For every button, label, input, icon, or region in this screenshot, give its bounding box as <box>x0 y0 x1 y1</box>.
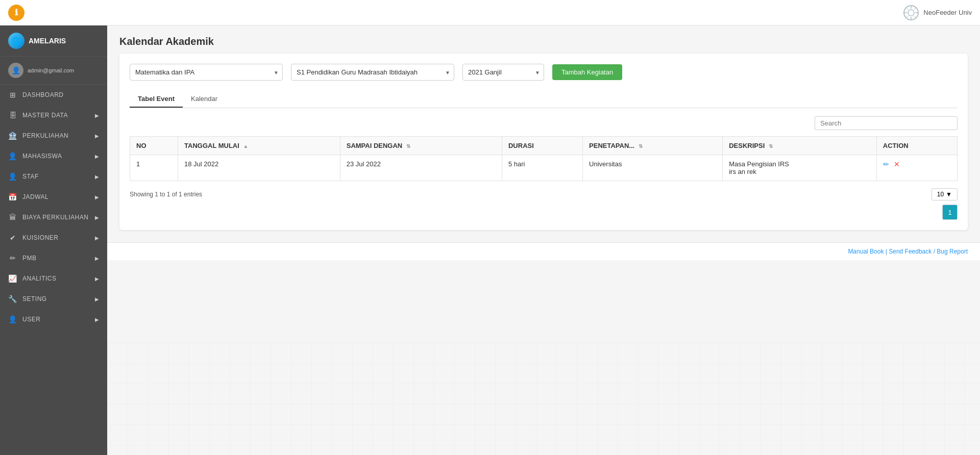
send-feedback-link[interactable]: Send Feedback <box>889 248 932 255</box>
sidebar-item-dashboard[interactable]: ⊞ DASHBOARD <box>0 85 107 105</box>
jadwal-icon: 📅 <box>8 192 17 201</box>
sidebar-item-master-data[interactable]: 🗄 MASTER DATA ▶ <box>0 105 107 125</box>
chevron-right-icon: ▶ <box>95 317 100 322</box>
chevron-right-icon: ▶ <box>95 113 100 118</box>
brand-icon: 🌐 <box>8 33 24 49</box>
sidebar-item-seting[interactable]: 🔧 SETING ▶ <box>0 289 107 309</box>
filter-row: Matematika dan IPA S1 Pendidikan Guru Ma… <box>130 64 958 81</box>
sidebar-item-jadwal[interactable]: 📅 JADWAL ▶ <box>0 187 107 207</box>
cell-deskripsi: Masa Pengisian IRS irs an rek <box>723 155 877 181</box>
sidebar-brand: 🌐 AMELARIS <box>0 26 107 57</box>
chevron-right-icon: ▶ <box>95 256 100 261</box>
manual-book-link[interactable]: Manual Book <box>848 248 884 255</box>
semester-select[interactable]: 2021 Ganjil <box>462 64 544 81</box>
sidebar-label-user: USER <box>22 316 40 323</box>
sidebar-item-mahasiswa[interactable]: 👤 MAHASISWA ▶ <box>0 146 107 166</box>
pagination: 1 <box>942 205 958 220</box>
program-select[interactable]: Matematika dan IPA <box>130 64 283 81</box>
perkuliahan-icon: 🏦 <box>8 131 17 140</box>
bug-report-link[interactable]: Bug Report <box>937 248 968 255</box>
deskripsi-line2: irs an rek <box>729 168 870 175</box>
sidebar-user: 👤 admin@gmail.com <box>0 57 107 85</box>
edit-button[interactable]: ✏ <box>883 160 889 168</box>
search-bar <box>130 116 958 130</box>
analitics-icon: 📈 <box>8 274 17 283</box>
chevron-right-icon: ▶ <box>95 235 100 241</box>
sidebar-item-perkuliahan[interactable]: 🏦 PERKULIAHAN ▶ <box>0 125 107 146</box>
sidebar-label-mahasiswa: MAHASISWA <box>22 153 62 160</box>
bg-decoration <box>107 343 980 455</box>
chevron-right-icon: ▶ <box>95 194 100 200</box>
sidebar-item-analitics[interactable]: 📈 ANALITICS ▶ <box>0 268 107 289</box>
svg-point-1 <box>908 10 914 16</box>
staf-icon: 👤 <box>8 172 17 181</box>
sidebar-item-biaya[interactable]: 🏛 BIAYA PERKULIAHAN ▶ <box>0 207 107 228</box>
per-page-button[interactable]: 10 ▼ <box>932 188 958 200</box>
chevron-right-icon: ▶ <box>95 276 100 282</box>
sort-icon: ⇅ <box>639 143 643 149</box>
tab-tabel-event[interactable]: Tabel Event <box>130 91 183 108</box>
app-wrapper: ℹ NeoFeeder Univ 🌐 AMELARIS <box>0 0 980 455</box>
sidebar-label-pmb: PMB <box>22 255 37 262</box>
chevron-down-icon: ▼ <box>946 191 952 198</box>
sidebar-label-analitics: ANALITICS <box>22 275 57 282</box>
avatar: 👤 <box>8 63 23 78</box>
sort-icon: ⇅ <box>406 143 410 149</box>
delete-button[interactable]: ✕ <box>894 160 900 168</box>
prodi-select-wrapper: S1 Pendidikan Guru Madrasah Ibtidaiyah <box>291 64 454 81</box>
top-bar-right: NeoFeeder Univ <box>903 5 972 21</box>
pmb-icon: ✏ <box>8 254 17 263</box>
masterdata-icon: 🗄 <box>8 111 17 120</box>
sidebar-label-staf: STAF <box>22 173 39 180</box>
tab-kalendar[interactable]: Kalendar <box>183 91 226 108</box>
cell-tanggal-mulai: 18 Jul 2022 <box>178 155 340 181</box>
prodi-select[interactable]: S1 Pendidikan Guru Madrasah Ibtidaiyah <box>291 64 454 81</box>
table-row: 1 18 Jul 2022 23 Jul 2022 5 hari Univers… <box>130 155 958 181</box>
sidebar-menu: ⊞ DASHBOARD 🗄 MASTER DATA ▶ 🏦 PERKULIAHA… <box>0 85 107 455</box>
user-email: admin@gmail.com <box>28 67 74 73</box>
page-1-button[interactable]: 1 <box>942 205 958 220</box>
chevron-right-icon: ▶ <box>95 215 100 220</box>
user-icon: 👤 <box>8 315 17 324</box>
sidebar-label-master-data: MASTER DATA <box>22 112 68 119</box>
page-header: Kalendar Akademik <box>107 26 980 54</box>
sidebar-label-kuisioner: KUISIONER <box>22 234 59 241</box>
top-bar-left: ℹ <box>8 5 24 21</box>
col-deskripsi: DESKRIPSI ⇅ <box>723 137 877 155</box>
info-badge[interactable]: ℹ <box>8 5 24 21</box>
mahasiswa-icon: 👤 <box>8 151 17 161</box>
semester-select-wrapper: 2021 Ganjil <box>462 64 544 81</box>
sidebar-item-user[interactable]: 👤 USER ▶ <box>0 309 107 330</box>
search-input[interactable] <box>815 116 958 130</box>
event-table: NO TANGGAL MULAI ▲ SAMPAI DENGAN ⇅ DURAS… <box>130 136 958 181</box>
neofeeder-logo-icon <box>903 5 919 21</box>
university-name: NeoFeeder Univ <box>923 9 972 16</box>
page-title: Kalendar Akademik <box>119 36 968 47</box>
top-bar: ℹ NeoFeeder Univ <box>0 0 980 26</box>
tabs: Tabel Event Kalendar <box>130 91 958 108</box>
main-layout: 🌐 AMELARIS 👤 admin@gmail.com ⊞ DASHBOARD… <box>0 26 980 455</box>
sidebar-label-biaya: BIAYA PERKULIAHAN <box>22 214 88 221</box>
brand-text: AMELARIS <box>29 37 66 45</box>
sidebar-item-staf[interactable]: 👤 STAF ▶ <box>0 166 107 187</box>
seting-icon: 🔧 <box>8 294 17 304</box>
sidebar-label-seting: SETING <box>22 295 47 302</box>
program-select-wrapper: Matematika dan IPA <box>130 64 283 81</box>
sidebar-item-pmb[interactable]: ✏ PMB ▶ <box>0 248 107 268</box>
dashboard-icon: ⊞ <box>8 90 17 99</box>
col-tanggal-mulai: TANGGAL MULAI ▲ <box>178 137 340 155</box>
table-footer: Showing 1 to 1 of 1 entries 10 ▼ <box>130 188 958 200</box>
kuisioner-icon: ✔ <box>8 233 17 242</box>
biaya-icon: 🏛 <box>8 213 17 222</box>
sidebar: 🌐 AMELARIS 👤 admin@gmail.com ⊞ DASHBOARD… <box>0 26 107 455</box>
chevron-right-icon: ▶ <box>95 296 100 302</box>
col-action: ACTION <box>876 137 957 155</box>
cell-no: 1 <box>130 155 178 181</box>
chevron-right-icon: ▶ <box>95 154 100 159</box>
add-button[interactable]: Tambah Kegiatan <box>552 64 622 80</box>
col-durasi: DURASI <box>502 137 582 155</box>
cell-sampai-dengan: 23 Jul 2022 <box>340 155 502 181</box>
chevron-right-icon: ▶ <box>95 174 100 180</box>
cell-penetapan: Universitas <box>583 155 723 181</box>
sidebar-item-kuisioner[interactable]: ✔ KUISIONER ▶ <box>0 228 107 248</box>
